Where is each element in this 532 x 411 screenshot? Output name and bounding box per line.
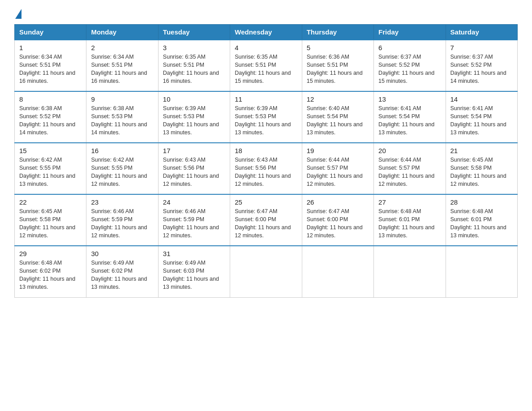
logo-triangle-icon (15, 9, 21, 19)
day-number: 9 (91, 95, 153, 103)
day-info: Sunrise: 6:48 AM Sunset: 6:01 PM Dayligh… (378, 207, 441, 240)
day-info: Sunrise: 6:38 AM Sunset: 5:52 PM Dayligh… (19, 104, 82, 137)
day-info: Sunrise: 6:35 AM Sunset: 5:51 PM Dayligh… (235, 53, 297, 86)
day-number: 25 (235, 198, 297, 206)
calendar-day-cell: 29 Sunrise: 6:48 AM Sunset: 6:02 PM Dayl… (15, 246, 86, 297)
calendar-week-row: 15 Sunrise: 6:42 AM Sunset: 5:55 PM Dayl… (15, 143, 518, 194)
calendar-day-cell: 22 Sunrise: 6:45 AM Sunset: 5:58 PM Dayl… (15, 194, 86, 246)
calendar-day-cell: 5 Sunrise: 6:36 AM Sunset: 5:51 PM Dayli… (302, 40, 373, 91)
day-number: 28 (450, 198, 513, 206)
day-info: Sunrise: 6:43 AM Sunset: 5:56 PM Dayligh… (235, 156, 297, 188)
day-info: Sunrise: 6:49 AM Sunset: 6:03 PM Dayligh… (163, 259, 225, 291)
logo (14, 11, 21, 16)
calendar-day-cell: 30 Sunrise: 6:49 AM Sunset: 6:02 PM Dayl… (86, 246, 158, 297)
day-info: Sunrise: 6:35 AM Sunset: 5:51 PM Dayligh… (163, 53, 225, 86)
day-info: Sunrise: 6:37 AM Sunset: 5:52 PM Dayligh… (450, 53, 513, 86)
calendar-day-cell: 16 Sunrise: 6:42 AM Sunset: 5:55 PM Dayl… (86, 143, 158, 194)
calendar-day-cell: 21 Sunrise: 6:45 AM Sunset: 5:58 PM Dayl… (446, 143, 517, 194)
calendar-day-cell: 4 Sunrise: 6:35 AM Sunset: 5:51 PM Dayli… (230, 40, 302, 91)
day-number: 13 (378, 95, 441, 103)
calendar-day-cell: 1 Sunrise: 6:34 AM Sunset: 5:51 PM Dayli… (15, 40, 86, 91)
day-number: 26 (307, 198, 369, 206)
day-number: 16 (91, 147, 153, 154)
calendar-day-cell: 27 Sunrise: 6:48 AM Sunset: 6:01 PM Dayl… (374, 194, 446, 246)
calendar-day-cell: 19 Sunrise: 6:44 AM Sunset: 5:57 PM Dayl… (302, 143, 373, 194)
day-info: Sunrise: 6:44 AM Sunset: 5:57 PM Dayligh… (378, 156, 441, 188)
calendar-week-row: 8 Sunrise: 6:38 AM Sunset: 5:52 PM Dayli… (15, 91, 518, 143)
day-info: Sunrise: 6:42 AM Sunset: 5:55 PM Dayligh… (91, 156, 153, 188)
calendar-week-row: 29 Sunrise: 6:48 AM Sunset: 6:02 PM Dayl… (15, 246, 518, 297)
calendar-day-cell: 3 Sunrise: 6:35 AM Sunset: 5:51 PM Dayli… (158, 40, 230, 91)
calendar-week-row: 1 Sunrise: 6:34 AM Sunset: 5:51 PM Dayli… (15, 40, 518, 91)
calendar-day-cell: 24 Sunrise: 6:46 AM Sunset: 5:59 PM Dayl… (158, 194, 230, 246)
day-number: 23 (91, 198, 153, 206)
day-number: 2 (91, 44, 153, 51)
day-number: 6 (378, 44, 441, 51)
day-info: Sunrise: 6:45 AM Sunset: 5:58 PM Dayligh… (19, 207, 82, 240)
day-number: 31 (163, 250, 225, 257)
day-info: Sunrise: 6:36 AM Sunset: 5:51 PM Dayligh… (307, 53, 369, 86)
day-number: 4 (235, 44, 297, 51)
calendar-day-cell (374, 246, 446, 297)
day-info: Sunrise: 6:34 AM Sunset: 5:51 PM Dayligh… (19, 53, 82, 86)
day-number: 10 (163, 95, 225, 103)
weekday-header: Friday (374, 25, 446, 40)
calendar-week-row: 22 Sunrise: 6:45 AM Sunset: 5:58 PM Dayl… (15, 194, 518, 246)
day-info: Sunrise: 6:49 AM Sunset: 6:02 PM Dayligh… (91, 259, 153, 291)
calendar-day-cell: 10 Sunrise: 6:39 AM Sunset: 5:53 PM Dayl… (158, 91, 230, 143)
day-number: 21 (450, 147, 513, 154)
day-info: Sunrise: 6:39 AM Sunset: 5:53 PM Dayligh… (235, 104, 297, 137)
calendar-day-cell (446, 246, 517, 297)
page-header (14, 11, 518, 16)
day-number: 8 (19, 95, 82, 103)
day-info: Sunrise: 6:43 AM Sunset: 5:56 PM Dayligh… (163, 156, 225, 188)
day-number: 29 (19, 250, 82, 257)
day-number: 3 (163, 44, 225, 51)
calendar-day-cell: 25 Sunrise: 6:47 AM Sunset: 6:00 PM Dayl… (230, 194, 302, 246)
calendar-day-cell: 23 Sunrise: 6:46 AM Sunset: 5:59 PM Dayl… (86, 194, 158, 246)
calendar-day-cell: 14 Sunrise: 6:41 AM Sunset: 5:54 PM Dayl… (446, 91, 517, 143)
day-number: 22 (19, 198, 82, 206)
day-info: Sunrise: 6:34 AM Sunset: 5:51 PM Dayligh… (91, 53, 153, 86)
day-number: 17 (163, 147, 225, 154)
day-info: Sunrise: 6:39 AM Sunset: 5:53 PM Dayligh… (163, 104, 225, 137)
day-info: Sunrise: 6:41 AM Sunset: 5:54 PM Dayligh… (450, 104, 513, 137)
day-info: Sunrise: 6:46 AM Sunset: 5:59 PM Dayligh… (91, 207, 153, 240)
day-info: Sunrise: 6:46 AM Sunset: 5:59 PM Dayligh… (163, 207, 225, 240)
calendar-day-cell: 2 Sunrise: 6:34 AM Sunset: 5:51 PM Dayli… (86, 40, 158, 91)
day-number: 20 (378, 147, 441, 154)
day-number: 1 (19, 44, 82, 51)
calendar-day-cell: 31 Sunrise: 6:49 AM Sunset: 6:03 PM Dayl… (158, 246, 230, 297)
calendar-day-cell: 18 Sunrise: 6:43 AM Sunset: 5:56 PM Dayl… (230, 143, 302, 194)
day-number: 24 (163, 198, 225, 206)
calendar-day-cell (230, 246, 302, 297)
day-number: 27 (378, 198, 441, 206)
day-number: 19 (307, 147, 369, 154)
weekday-header: Saturday (446, 25, 517, 40)
day-number: 5 (307, 44, 369, 51)
day-info: Sunrise: 6:48 AM Sunset: 6:02 PM Dayligh… (19, 259, 82, 291)
day-number: 7 (450, 44, 513, 51)
calendar-day-cell: 26 Sunrise: 6:47 AM Sunset: 6:00 PM Dayl… (302, 194, 373, 246)
day-info: Sunrise: 6:41 AM Sunset: 5:54 PM Dayligh… (378, 104, 441, 137)
day-number: 18 (235, 147, 297, 154)
calendar-day-cell: 12 Sunrise: 6:40 AM Sunset: 5:54 PM Dayl… (302, 91, 373, 143)
day-info: Sunrise: 6:42 AM Sunset: 5:55 PM Dayligh… (19, 156, 82, 188)
weekday-header: Tuesday (158, 25, 230, 40)
day-number: 12 (307, 95, 369, 103)
day-info: Sunrise: 6:40 AM Sunset: 5:54 PM Dayligh… (307, 104, 369, 137)
calendar-day-cell: 28 Sunrise: 6:48 AM Sunset: 6:01 PM Dayl… (446, 194, 517, 246)
day-info: Sunrise: 6:44 AM Sunset: 5:57 PM Dayligh… (307, 156, 369, 188)
calendar-day-cell: 8 Sunrise: 6:38 AM Sunset: 5:52 PM Dayli… (15, 91, 86, 143)
day-number: 14 (450, 95, 513, 103)
day-number: 15 (19, 147, 82, 154)
calendar-day-cell: 17 Sunrise: 6:43 AM Sunset: 5:56 PM Dayl… (158, 143, 230, 194)
day-info: Sunrise: 6:45 AM Sunset: 5:58 PM Dayligh… (450, 156, 513, 188)
calendar-day-cell: 6 Sunrise: 6:37 AM Sunset: 5:52 PM Dayli… (374, 40, 446, 91)
day-number: 11 (235, 95, 297, 103)
calendar-day-cell: 15 Sunrise: 6:42 AM Sunset: 5:55 PM Dayl… (15, 143, 86, 194)
day-info: Sunrise: 6:37 AM Sunset: 5:52 PM Dayligh… (378, 53, 441, 86)
weekday-header: Wednesday (230, 25, 302, 40)
day-info: Sunrise: 6:48 AM Sunset: 6:01 PM Dayligh… (450, 207, 513, 240)
day-number: 30 (91, 250, 153, 257)
